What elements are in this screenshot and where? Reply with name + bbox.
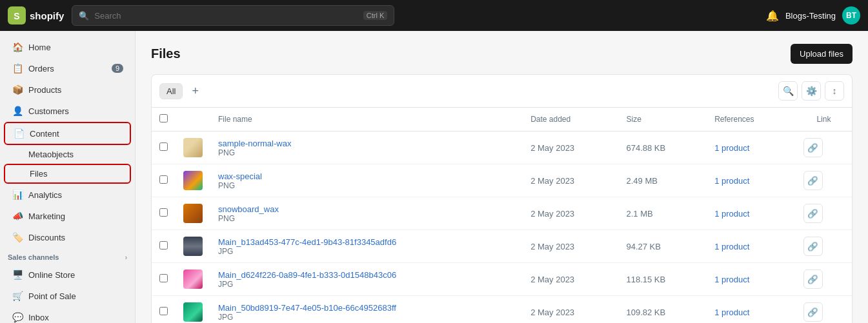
sidebar-item-label: Analytics — [28, 190, 62, 200]
copy-link-button[interactable]: 🔗 — [803, 302, 823, 322]
search-table-button[interactable]: 🔍 — [778, 81, 798, 101]
main-content: Files Upload files All + 🔍 ⚙️ ↕️ File — [136, 31, 868, 323]
add-filter-button[interactable]: + — [188, 83, 203, 99]
sidebar-item-online-store[interactable]: 🖥️ Online Store — [4, 264, 131, 285]
sidebar-item-orders[interactable]: 📋 Orders 9 — [4, 58, 131, 79]
file-thumbnail — [183, 269, 203, 289]
sidebar: 🏠 Home 📋 Orders 9 📦 Products 👤 Customers… — [0, 31, 136, 323]
select-all-checkbox[interactable] — [159, 114, 168, 122]
table-row: wax-special PNG 2 May 2023 2.49 MB 1 pro… — [152, 164, 852, 197]
file-references: 1 product — [707, 296, 796, 324]
sales-channels-chevron[interactable]: › — [125, 254, 127, 261]
file-ext: PNG — [218, 181, 515, 190]
col-date-added: Date added — [523, 108, 618, 132]
file-name: Main_b13ad453-477c-4ed1-9b43-81f3345adfd… — [218, 237, 515, 247]
table-row: Main_50bd8919-7e47-4e05-b10e-66c4952683f… — [152, 296, 852, 324]
table-row: Main_d624f226-0a89-4fe1-b333-0d1548b43c0… — [152, 263, 852, 296]
layout: 🏠 Home 📋 Orders 9 📦 Products 👤 Customers… — [0, 31, 868, 323]
copy-link-button[interactable]: 🔗 — [803, 171, 823, 190]
search-icon: 🔍 — [79, 11, 89, 21]
sidebar-subitem-metaobjects[interactable]: Metaobjects — [4, 146, 131, 163]
copy-link-button[interactable]: 🔗 — [803, 237, 823, 256]
sidebar-item-customers[interactable]: 👤 Customers — [4, 101, 131, 121]
row-checkbox[interactable] — [159, 208, 168, 217]
file-link-cell: 🔗 — [796, 197, 852, 230]
home-icon: 🏠 — [12, 41, 23, 53]
sidebar-item-content[interactable]: 📄 Content — [4, 122, 131, 145]
file-thumbnail — [183, 171, 203, 190]
marketing-icon: 📣 — [12, 210, 23, 222]
file-thumbnail — [183, 302, 203, 322]
search-bar[interactable]: 🔍 Ctrl K — [72, 5, 394, 26]
row-checkbox[interactable] — [159, 241, 168, 250]
table-row: sample-normal-wax PNG 2 May 2023 674.88 … — [152, 132, 852, 164]
sidebar-item-inbox[interactable]: 💬 Inbox — [4, 307, 131, 323]
row-checkbox[interactable] — [159, 307, 168, 315]
file-name-cell: wax-special PNG — [210, 164, 523, 197]
file-size: 2.49 MB — [618, 164, 707, 197]
copy-link-button[interactable]: 🔗 — [803, 138, 823, 157]
sidebar-item-label: Products — [28, 85, 61, 95]
products-icon: 📦 — [12, 84, 23, 95]
file-date: 2 May 2023 — [523, 296, 618, 324]
file-name: wax-special — [218, 171, 515, 181]
customers-icon: 👤 — [12, 105, 23, 117]
col-size: Size — [618, 108, 707, 132]
sidebar-item-marketing[interactable]: 📣 Marketing — [4, 206, 131, 226]
upload-files-button[interactable]: Upload files — [791, 44, 853, 64]
page-title: Files — [151, 46, 181, 61]
search-shortcut: Ctrl K — [363, 11, 388, 20]
row-checkbox[interactable] — [159, 142, 168, 151]
notification-icon[interactable]: 🔔 — [766, 10, 779, 22]
topbar: S shopify 🔍 Ctrl K 🔔 Blogs-Testing BT — [0, 0, 868, 31]
avatar[interactable]: BT — [842, 6, 860, 24]
tab-all[interactable]: All — [159, 83, 183, 99]
sidebar-item-label: Marketing — [28, 211, 65, 221]
sidebar-item-analytics[interactable]: 📊 Analytics — [4, 184, 131, 205]
files-table: File name Date added Size References Lin… — [152, 108, 852, 323]
file-name-cell: Main_d624f226-0a89-4fe1-b333-0d1548b43c0… — [210, 263, 523, 296]
file-name: Main_50bd8919-7e47-4e05-b10e-66c4952683f… — [218, 303, 515, 313]
file-name-cell: Main_b13ad453-477c-4ed1-9b43-81f3345adfd… — [210, 230, 523, 263]
copy-link-button[interactable]: 🔗 — [803, 269, 823, 289]
filter-button[interactable]: ⚙️ — [802, 81, 821, 101]
row-checkbox[interactable] — [159, 274, 168, 282]
row-checkbox[interactable] — [159, 175, 168, 184]
copy-link-button[interactable]: 🔗 — [803, 204, 823, 223]
shopify-logo: S shopify — [8, 6, 64, 24]
store-name: Blogs-Testing — [785, 11, 836, 21]
sidebar-subitem-files[interactable]: Files — [4, 164, 131, 184]
sidebar-item-label: Orders — [28, 64, 54, 73]
search-input[interactable] — [94, 11, 358, 21]
file-date: 2 May 2023 — [523, 197, 618, 230]
file-references: 1 product — [707, 164, 796, 197]
online-store-icon: 🖥️ — [12, 269, 23, 280]
analytics-icon: 📊 — [12, 189, 23, 201]
file-references: 1 product — [707, 230, 796, 263]
metaobjects-label: Metaobjects — [28, 150, 74, 159]
sidebar-item-discounts[interactable]: 🏷️ Discounts — [4, 227, 131, 248]
file-size: 109.82 KB — [618, 296, 707, 324]
orders-icon: 📋 — [12, 63, 23, 74]
file-thumbnail — [183, 237, 203, 256]
sidebar-item-label: Home — [28, 43, 51, 52]
file-ext: JPG — [218, 247, 515, 256]
discounts-icon: 🏷️ — [12, 231, 23, 243]
file-thumbnail — [183, 204, 203, 223]
file-date: 2 May 2023 — [523, 263, 618, 296]
sales-channels-label: Sales channels — [8, 253, 59, 261]
sidebar-item-point-of-sale[interactable]: 🛒 Point of Sale — [4, 286, 131, 306]
file-name-cell: Main_50bd8919-7e47-4e05-b10e-66c4952683f… — [210, 296, 523, 324]
file-references: 1 product — [707, 197, 796, 230]
sidebar-item-home[interactable]: 🏠 Home — [4, 37, 131, 57]
col-filename[interactable]: File name — [210, 108, 523, 132]
sort-button[interactable]: ↕️ — [825, 81, 844, 101]
col-references: References — [707, 108, 796, 132]
file-references: 1 product — [707, 132, 796, 164]
file-name-cell: snowboard_wax PNG — [210, 197, 523, 230]
file-name-cell: sample-normal-wax PNG — [210, 132, 523, 164]
file-date: 2 May 2023 — [523, 164, 618, 197]
sidebar-item-products[interactable]: 📦 Products — [4, 79, 131, 100]
sidebar-item-label: Point of Sale — [28, 291, 76, 301]
sidebar-item-label: Customers — [28, 106, 69, 116]
